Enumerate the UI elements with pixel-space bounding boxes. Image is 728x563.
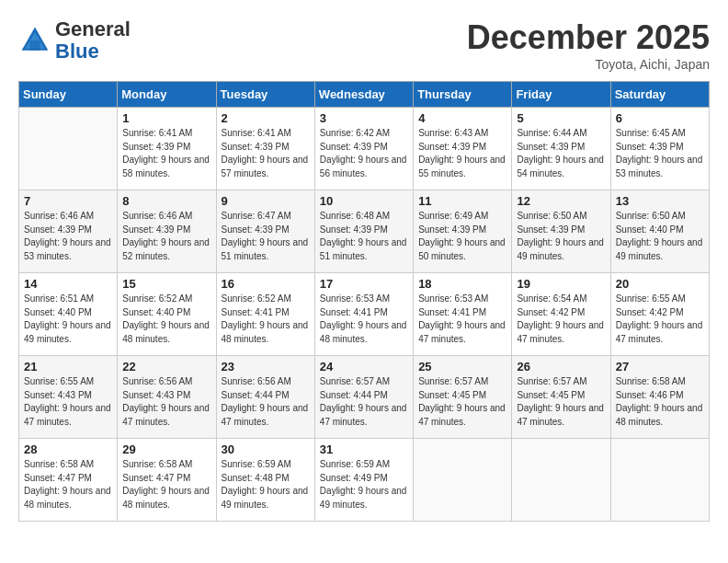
day-number: 1: [122, 111, 210, 125]
calendar-cell: 20Sunrise: 6:55 AMSunset: 4:42 PMDayligh…: [610, 273, 709, 356]
day-number: 3: [320, 111, 408, 125]
day-number: 12: [517, 194, 605, 208]
day-info: Sunrise: 6:59 AMSunset: 4:49 PMDaylight:…: [320, 458, 408, 511]
calendar-week-row: 21Sunrise: 6:55 AMSunset: 4:43 PMDayligh…: [19, 356, 710, 439]
logo-line1: General: [55, 17, 131, 40]
logo: General Blue: [18, 18, 131, 63]
calendar-cell: 17Sunrise: 6:53 AMSunset: 4:41 PMDayligh…: [314, 273, 413, 356]
day-info: Sunrise: 6:42 AMSunset: 4:39 PMDaylight:…: [320, 127, 408, 180]
day-info: Sunrise: 6:53 AMSunset: 4:41 PMDaylight:…: [418, 293, 506, 346]
day-number: 8: [122, 194, 210, 208]
calendar-cell: 19Sunrise: 6:54 AMSunset: 4:42 PMDayligh…: [512, 273, 610, 356]
calendar-cell: 22Sunrise: 6:56 AMSunset: 4:43 PMDayligh…: [118, 356, 216, 439]
calendar-cell: 8Sunrise: 6:46 AMSunset: 4:39 PMDaylight…: [118, 190, 216, 273]
calendar-cell: 14Sunrise: 6:51 AMSunset: 4:40 PMDayligh…: [19, 273, 118, 356]
day-number: 15: [122, 277, 210, 291]
day-info: Sunrise: 6:54 AMSunset: 4:42 PMDaylight:…: [517, 293, 605, 346]
day-number: 18: [418, 277, 506, 291]
calendar-cell: 1Sunrise: 6:41 AMSunset: 4:39 PMDaylight…: [118, 108, 216, 190]
title-block: December 2025 Toyota, Aichi, Japan: [467, 18, 710, 72]
calendar-header-row: SundayMondayTuesdayWednesdayThursdayFrid…: [19, 82, 710, 108]
calendar-cell: 4Sunrise: 6:43 AMSunset: 4:39 PMDaylight…: [414, 108, 512, 190]
calendar-week-row: 28Sunrise: 6:58 AMSunset: 4:47 PMDayligh…: [19, 439, 710, 522]
calendar-cell: 21Sunrise: 6:55 AMSunset: 4:43 PMDayligh…: [19, 356, 118, 439]
day-info: Sunrise: 6:43 AMSunset: 4:39 PMDaylight:…: [418, 127, 506, 180]
page-header: General Blue December 2025 Toyota, Aichi…: [18, 18, 710, 72]
day-number: 21: [24, 360, 112, 373]
calendar-cell: 27Sunrise: 6:58 AMSunset: 4:46 PMDayligh…: [610, 356, 709, 439]
day-number: 5: [517, 111, 605, 125]
day-info: Sunrise: 6:59 AMSunset: 4:48 PMDaylight:…: [222, 458, 310, 511]
calendar-cell: 15Sunrise: 6:52 AMSunset: 4:40 PMDayligh…: [118, 273, 216, 356]
day-info: Sunrise: 6:41 AMSunset: 4:39 PMDaylight:…: [222, 127, 310, 180]
day-number: 17: [320, 277, 408, 291]
day-number: 6: [616, 111, 704, 125]
day-info: Sunrise: 6:56 AMSunset: 4:44 PMDaylight:…: [222, 375, 310, 429]
calendar-cell: 12Sunrise: 6:50 AMSunset: 4:39 PMDayligh…: [512, 190, 610, 273]
month-title: December 2025: [467, 18, 710, 57]
weekday-header-thursday: Thursday: [414, 82, 512, 108]
location-subtitle: Toyota, Aichi, Japan: [467, 57, 710, 72]
calendar-cell: 24Sunrise: 6:57 AMSunset: 4:44 PMDayligh…: [314, 356, 413, 439]
day-number: 11: [418, 194, 506, 208]
svg-rect-2: [30, 40, 40, 51]
day-info: Sunrise: 6:46 AMSunset: 4:39 PMDaylight:…: [24, 210, 112, 263]
calendar-cell: [610, 439, 709, 522]
day-info: Sunrise: 6:56 AMSunset: 4:43 PMDaylight:…: [122, 375, 210, 429]
day-info: Sunrise: 6:47 AMSunset: 4:39 PMDaylight:…: [222, 210, 310, 263]
day-number: 25: [418, 360, 506, 373]
calendar-cell: [19, 108, 118, 190]
weekday-header-monday: Monday: [118, 82, 216, 108]
day-number: 29: [122, 442, 210, 456]
day-number: 22: [122, 360, 210, 373]
day-info: Sunrise: 6:58 AMSunset: 4:47 PMDaylight:…: [122, 458, 210, 511]
calendar-cell: 26Sunrise: 6:57 AMSunset: 4:45 PMDayligh…: [512, 356, 610, 439]
day-number: 20: [616, 277, 704, 291]
day-info: Sunrise: 6:41 AMSunset: 4:39 PMDaylight:…: [122, 127, 210, 180]
day-info: Sunrise: 6:45 AMSunset: 4:39 PMDaylight:…: [616, 127, 704, 180]
calendar-cell: 3Sunrise: 6:42 AMSunset: 4:39 PMDaylight…: [314, 108, 413, 190]
day-number: 14: [24, 277, 112, 291]
day-number: 4: [418, 111, 506, 125]
weekday-header-saturday: Saturday: [610, 82, 709, 108]
day-info: Sunrise: 6:55 AMSunset: 4:43 PMDaylight:…: [24, 375, 112, 429]
day-info: Sunrise: 6:52 AMSunset: 4:41 PMDaylight:…: [222, 293, 310, 346]
day-number: 7: [24, 194, 112, 208]
calendar-week-row: 7Sunrise: 6:46 AMSunset: 4:39 PMDaylight…: [19, 190, 710, 273]
calendar-week-row: 14Sunrise: 6:51 AMSunset: 4:40 PMDayligh…: [19, 273, 710, 356]
calendar-cell: 13Sunrise: 6:50 AMSunset: 4:40 PMDayligh…: [610, 190, 709, 273]
calendar-cell: 30Sunrise: 6:59 AMSunset: 4:48 PMDayligh…: [216, 439, 314, 522]
calendar-cell: 6Sunrise: 6:45 AMSunset: 4:39 PMDaylight…: [610, 108, 709, 190]
day-info: Sunrise: 6:57 AMSunset: 4:44 PMDaylight:…: [320, 375, 408, 429]
calendar-cell: 29Sunrise: 6:58 AMSunset: 4:47 PMDayligh…: [118, 439, 216, 522]
day-number: 24: [320, 360, 408, 373]
calendar-cell: 31Sunrise: 6:59 AMSunset: 4:49 PMDayligh…: [314, 439, 413, 522]
calendar-cell: [414, 439, 512, 522]
logo-icon: [18, 24, 51, 57]
day-info: Sunrise: 6:48 AMSunset: 4:39 PMDaylight:…: [320, 210, 408, 263]
calendar-cell: 9Sunrise: 6:47 AMSunset: 4:39 PMDaylight…: [216, 190, 314, 273]
day-info: Sunrise: 6:57 AMSunset: 4:45 PMDaylight:…: [418, 375, 506, 429]
day-number: 13: [616, 194, 704, 208]
calendar-cell: 10Sunrise: 6:48 AMSunset: 4:39 PMDayligh…: [314, 190, 413, 273]
logo-text: General Blue: [55, 18, 131, 63]
day-number: 10: [320, 194, 408, 208]
calendar-cell: 23Sunrise: 6:56 AMSunset: 4:44 PMDayligh…: [216, 356, 314, 439]
weekday-header-tuesday: Tuesday: [216, 82, 314, 108]
day-info: Sunrise: 6:46 AMSunset: 4:39 PMDaylight:…: [122, 210, 210, 263]
day-info: Sunrise: 6:49 AMSunset: 4:39 PMDaylight:…: [418, 210, 506, 263]
day-number: 30: [222, 442, 310, 456]
calendar-table: SundayMondayTuesdayWednesdayThursdayFrid…: [18, 81, 710, 522]
day-number: 16: [222, 277, 310, 291]
calendar-cell: 18Sunrise: 6:53 AMSunset: 4:41 PMDayligh…: [414, 273, 512, 356]
calendar-cell: 28Sunrise: 6:58 AMSunset: 4:47 PMDayligh…: [19, 439, 118, 522]
day-info: Sunrise: 6:55 AMSunset: 4:42 PMDaylight:…: [616, 293, 704, 346]
day-info: Sunrise: 6:57 AMSunset: 4:45 PMDaylight:…: [517, 375, 605, 429]
calendar-cell: 7Sunrise: 6:46 AMSunset: 4:39 PMDaylight…: [19, 190, 118, 273]
weekday-header-sunday: Sunday: [19, 82, 118, 108]
day-number: 28: [24, 442, 112, 456]
day-number: 27: [616, 360, 704, 373]
calendar-cell: 11Sunrise: 6:49 AMSunset: 4:39 PMDayligh…: [414, 190, 512, 273]
day-number: 2: [222, 111, 310, 125]
day-info: Sunrise: 6:51 AMSunset: 4:40 PMDaylight:…: [24, 293, 112, 346]
